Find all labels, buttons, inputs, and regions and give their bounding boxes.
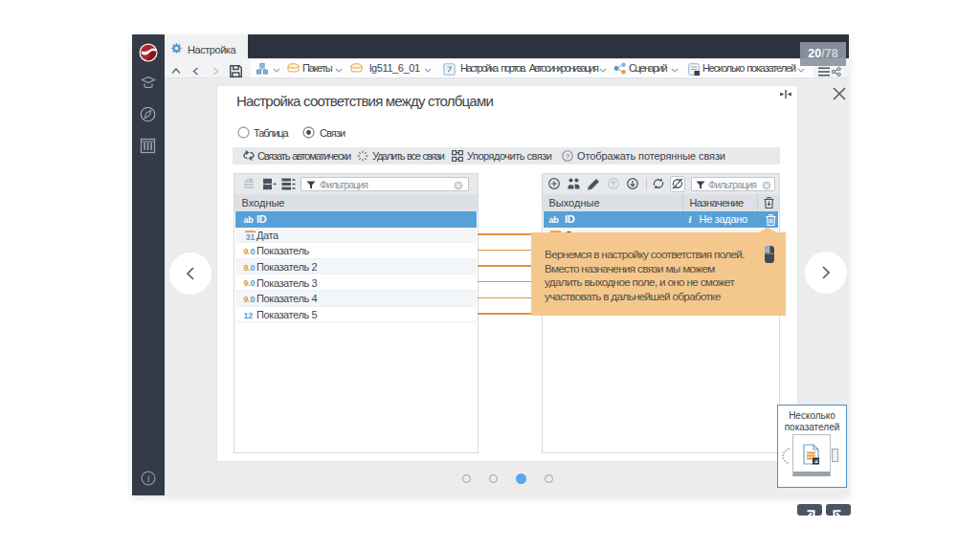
svg-text:?: ? [566,152,570,161]
svg-text:31: 31 [245,232,255,241]
svg-text:i: i [147,473,150,484]
